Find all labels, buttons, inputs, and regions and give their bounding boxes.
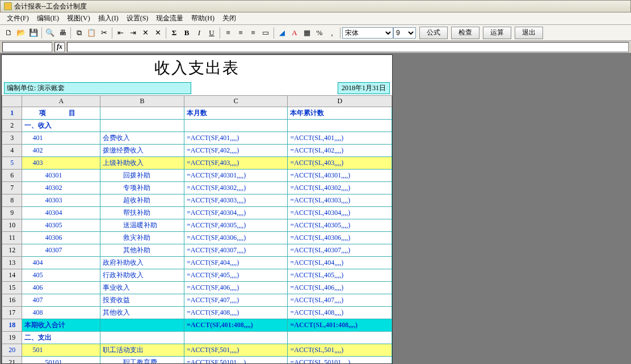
cell[interactable]: 回拨补助: [100, 170, 184, 182]
print-icon[interactable]: 🖶: [56, 27, 69, 39]
underline-icon[interactable]: U: [205, 27, 218, 39]
table-row[interactable]: 1040305送温暖补助=ACCT(SF,40305,,,,)=ACCT(SL,…: [2, 219, 392, 232]
align-center-icon[interactable]: ≡: [234, 27, 247, 39]
col-header-d[interactable]: D: [288, 96, 392, 107]
cell[interactable]: 407: [22, 294, 100, 307]
row-header[interactable]: 1: [2, 107, 22, 120]
col-header-b[interactable]: B: [100, 96, 184, 107]
row-header[interactable]: 3: [2, 132, 22, 145]
cell[interactable]: 40306: [22, 232, 100, 244]
exit-button[interactable]: 退出: [515, 27, 543, 39]
table-row[interactable]: 3401会费收入=ACCT(SF,401,,,,)=ACCT(SL,401,,,…: [2, 132, 392, 145]
cell[interactable]: [100, 332, 184, 344]
row-header[interactable]: 11: [2, 232, 22, 244]
cell[interactable]: =ACCT(SL,408,,,,): [288, 307, 392, 319]
row-header[interactable]: 20: [2, 344, 22, 357]
row-header[interactable]: 19: [2, 332, 22, 344]
cell[interactable]: [100, 319, 184, 332]
header-month[interactable]: 本月数: [184, 107, 288, 120]
cell[interactable]: [100, 120, 184, 132]
cell[interactable]: 救灾补助: [100, 232, 184, 244]
formula-input[interactable]: [67, 42, 629, 52]
cell[interactable]: 行政补助收入: [100, 269, 184, 282]
row-header[interactable]: 12: [2, 244, 22, 257]
row-header[interactable]: 14: [2, 269, 22, 282]
cell[interactable]: 专项补助: [100, 182, 184, 194]
row-header[interactable]: 4: [2, 145, 22, 157]
cell-reference-input[interactable]: [2, 42, 52, 52]
menu-view[interactable]: 视图(V): [64, 12, 94, 24]
table-row[interactable]: 5403上级补助收入=ACCT(SF,403,,,,)=ACCT(SL,403,…: [2, 157, 392, 170]
table-row[interactable]: 1240307其他补助=ACCT(SF,40307,,,,)=ACCT(SL,4…: [2, 244, 392, 257]
cell[interactable]: 事业收入: [100, 282, 184, 294]
cell[interactable]: =ACCT(SF,407,,,,): [184, 294, 288, 307]
fx-icon[interactable]: fx: [54, 42, 65, 52]
align-left-icon[interactable]: ≡: [222, 27, 234, 39]
cell[interactable]: =ACCT(SF,40307,,,,): [184, 244, 288, 257]
cell[interactable]: 其他补助: [100, 244, 184, 257]
cell[interactable]: =ACCT(SF,50101,,,,): [184, 357, 288, 364]
cell[interactable]: =ACCT(SF,40304,,,,): [184, 207, 288, 219]
cell[interactable]: 501: [22, 344, 100, 357]
cell[interactable]: 404: [22, 257, 100, 269]
row-header[interactable]: 15: [2, 282, 22, 294]
cell[interactable]: [184, 120, 288, 132]
cell[interactable]: 40303: [22, 194, 100, 207]
calc-button[interactable]: 运算: [483, 27, 511, 39]
spreadsheet-grid[interactable]: A B C D 1 项 目 本月数 本年累计数 2一、收入3401会费收入=AC…: [2, 95, 392, 363]
save-icon[interactable]: 💾: [27, 27, 40, 39]
merge-icon[interactable]: ▭: [259, 27, 272, 39]
row-header[interactable]: 5: [2, 157, 22, 170]
table-row[interactable]: 19二、支出: [2, 332, 392, 344]
cell[interactable]: =ACCT(SL,40306,,,,): [288, 232, 392, 244]
table-row[interactable]: 740302专项补助=ACCT(SF,40302,,,,)=ACCT(SL,40…: [2, 182, 392, 194]
cell[interactable]: 405: [22, 269, 100, 282]
header-year[interactable]: 本年累计数: [288, 107, 392, 120]
percent-icon[interactable]: %: [313, 27, 326, 39]
corner-cell[interactable]: [2, 96, 22, 107]
cell[interactable]: =ACCT(SL,406,,,,): [288, 282, 392, 294]
align-right-icon[interactable]: ≡: [247, 27, 259, 39]
cell[interactable]: 二、支出: [22, 332, 100, 344]
table-row[interactable]: 2150101职工教育费=ACCT(SF,50101,,,,)=ACCT(SL,…: [2, 357, 392, 364]
row-header[interactable]: 10: [2, 219, 22, 232]
row-header[interactable]: 16: [2, 294, 22, 307]
font-select[interactable]: 宋体: [342, 27, 393, 39]
table-row[interactable]: 15406事业收入=ACCT(SF,406,,,,)=ACCT(SL,406,,…: [2, 282, 392, 294]
cell[interactable]: =ACCT(SL,40303,,,,): [288, 194, 392, 207]
cell[interactable]: =ACCT(SF,40303,,,,): [184, 194, 288, 207]
cell[interactable]: =ACCT(SL,40307,,,,): [288, 244, 392, 257]
cell[interactable]: =ACCT(SL,403,,,,): [288, 157, 392, 170]
table-row[interactable]: 4402拨缴经费收入=ACCT(SF,402,,,,)=ACCT(SL,402,…: [2, 145, 392, 157]
sum-icon[interactable]: Σ: [168, 27, 180, 39]
cell[interactable]: [288, 332, 392, 344]
cell[interactable]: [288, 120, 392, 132]
cell[interactable]: 402: [22, 145, 100, 157]
comma-icon[interactable]: ,: [326, 27, 338, 39]
cell[interactable]: =ACCT(SF,404,,,,): [184, 257, 288, 269]
menu-cashflow[interactable]: 现金流量: [153, 12, 187, 24]
row-header[interactable]: 18: [2, 319, 22, 332]
cell[interactable]: 政府补助收入: [100, 257, 184, 269]
row-header[interactable]: 7: [2, 182, 22, 194]
paste-icon[interactable]: 📋: [85, 27, 98, 39]
cell[interactable]: =ACCT(SF,40302,,,,): [184, 182, 288, 194]
border-icon[interactable]: ▦: [301, 27, 313, 39]
cell[interactable]: =ACCT(SL,40302,,,,): [288, 182, 392, 194]
header-blank[interactable]: [100, 107, 184, 120]
cell[interactable]: =ACCT(SF,40306,,,,): [184, 232, 288, 244]
cell[interactable]: 超收补助: [100, 194, 184, 207]
cell[interactable]: 40305: [22, 219, 100, 232]
cell[interactable]: 40302: [22, 182, 100, 194]
menu-edit[interactable]: 编辑(E): [33, 12, 62, 24]
table-row[interactable]: 17408其他收入=ACCT(SF,408,,,,)=ACCT(SL,408,,…: [2, 307, 392, 319]
cell[interactable]: 其他收入: [100, 307, 184, 319]
cell[interactable]: =ACCT(SL,40301,,,,): [288, 170, 392, 182]
cell[interactable]: 40307: [22, 244, 100, 257]
cell[interactable]: =ACCT(SL,401,,,,): [288, 132, 392, 145]
copy-icon[interactable]: ⧉: [73, 27, 85, 39]
preview-icon[interactable]: 🔍: [44, 27, 56, 39]
cell[interactable]: =ACCT(SF,40301,,,,): [184, 170, 288, 182]
cell[interactable]: =ACCT(SL,50101,,,,): [288, 357, 392, 364]
cell[interactable]: =ACCT(SF,40305,,,,): [184, 219, 288, 232]
